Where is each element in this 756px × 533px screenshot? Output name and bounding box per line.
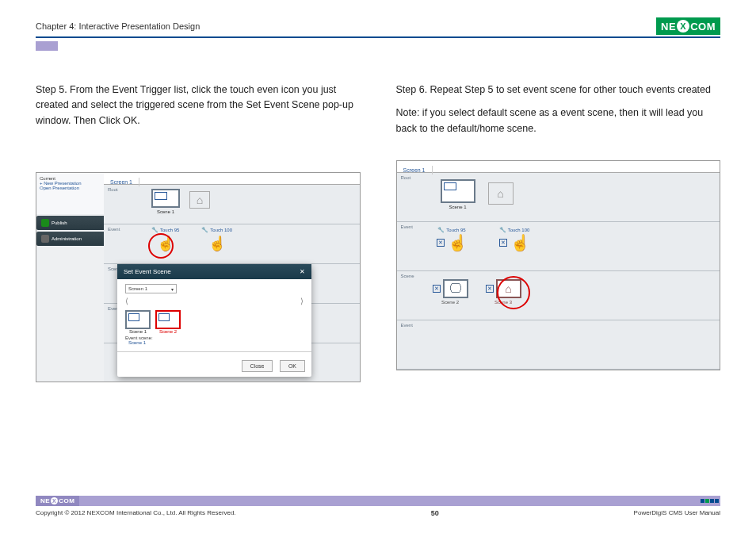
- tab-bar: Screen 1: [397, 161, 720, 173]
- app-sidebar: Current + New Presentation Open Presenta…: [36, 173, 104, 382]
- popup-scene2-label: Scene 2: [159, 329, 177, 334]
- touch-event-b[interactable]: Touch 100☝: [201, 227, 232, 252]
- touch-event-a[interactable]: Touch 95 ✕☝: [437, 227, 468, 252]
- root-scene-thumb[interactable]: Scene 1: [441, 179, 475, 209]
- event-scene-value: Scene 1: [128, 340, 146, 345]
- scene-out-2[interactable]: ✕🖵 Scene 2: [433, 279, 468, 305]
- row-event: Event Touch 95 ✕☝ Touch 100 ✕☝: [397, 222, 720, 271]
- nexcom-logo: NE X COM: [656, 17, 720, 35]
- row-root: Root Scene 1 ⌂: [104, 185, 360, 224]
- home-thumb-icon[interactable]: ⌂: [189, 191, 210, 209]
- row-root-label: Root: [108, 187, 118, 192]
- footer-text-row: Copyright © 2012 NEXCOM International Co…: [36, 509, 720, 517]
- row-event-label: Event: [401, 224, 413, 229]
- row-event2: Event: [397, 320, 720, 370]
- sidebar-publish-button[interactable]: Publish: [36, 216, 104, 230]
- right-column: Step 6. Repeat Step 5 to set event scene…: [396, 82, 721, 382]
- left-column: Step 5. From the Event Trigger list, cli…: [36, 82, 361, 382]
- hand-icon: ☝: [510, 233, 530, 252]
- row-event2-label: Event: [401, 323, 413, 328]
- page-header: Chapter 4: Interactive Presentation Desi…: [36, 17, 720, 38]
- set-event-scene-dialog: Set Event Scene ✕ Screen 1▾ ⟨⟩ Scene 1 S…: [117, 264, 311, 377]
- dialog-titlebar: Set Event Scene ✕: [117, 264, 311, 279]
- root-scene-label: Scene 1: [157, 209, 174, 214]
- checkbox-icon[interactable]: ✕: [499, 239, 507, 247]
- step5-text: Step 5. From the Event Trigger list, cli…: [36, 82, 361, 128]
- thumb-nav: ⟨⟩: [125, 297, 304, 305]
- manual-name: PowerDigiS CMS User Manual: [634, 509, 720, 517]
- home-thumb-icon[interactable]: ⌂: [488, 182, 514, 205]
- hand-icon: ☝: [208, 235, 226, 252]
- root-scene-thumb[interactable]: Scene 1: [151, 189, 180, 214]
- chapter-title: Chapter 4: Interactive Presentation Desi…: [36, 21, 200, 31]
- row-root: Root Scene 1 ⌂: [397, 173, 720, 222]
- scene-thumbs-list: Scene 1 Scene 2: [125, 310, 304, 334]
- screenshot-step6: Screen 1 Root Scene 1 ⌂ Event Touch 95 ✕…: [396, 160, 721, 370]
- footer-bar: NE X COM: [36, 496, 720, 506]
- publish-icon: [41, 219, 49, 227]
- touch-b-label: Touch 100: [201, 227, 232, 233]
- popup-scene1-thumb[interactable]: Scene 1: [125, 310, 151, 334]
- screenshot-step5: Current + New Presentation Open Presenta…: [36, 172, 361, 382]
- dialog-title: Set Event Scene: [124, 268, 171, 275]
- footer-pips: [701, 499, 720, 503]
- checkbox-icon[interactable]: ✕: [437, 239, 445, 247]
- hand-icon: ☝: [448, 233, 468, 252]
- ok-button[interactable]: OK: [280, 360, 305, 372]
- purple-accent-tab: [36, 41, 58, 51]
- logo-part-left: NE: [661, 21, 676, 33]
- row-scene-label: Scene: [401, 274, 414, 278]
- footer-logo: NE X COM: [36, 496, 79, 506]
- sidebar-open-presentation[interactable]: Open Presentation: [40, 186, 101, 190]
- logo-part-right: COM: [690, 21, 716, 33]
- touch-event-b[interactable]: Touch 100 ✕☝: [499, 227, 530, 252]
- touch-b-label: Touch 100: [499, 227, 530, 233]
- checkbox-icon[interactable]: ✕: [433, 285, 441, 293]
- close-icon[interactable]: ✕: [300, 268, 305, 275]
- touch-a-label: Touch 95: [437, 227, 465, 233]
- sidebar-top-section: Current + New Presentation Open Presenta…: [36, 173, 104, 214]
- sidebar-admin-label: Administration: [52, 236, 82, 241]
- row-root-label: Root: [401, 175, 411, 180]
- popup-scene2-thumb[interactable]: Scene 2: [155, 310, 181, 334]
- highlight-circle: [497, 276, 530, 309]
- step6-text: Step 6. Repeat Step 5 to set event scene…: [396, 82, 721, 98]
- close-button[interactable]: Close: [242, 360, 273, 372]
- footer-logo-left: NE: [40, 497, 50, 504]
- footer-logo-x: X: [51, 497, 58, 504]
- highlight-circle: [148, 233, 174, 259]
- footer-logo-right: COM: [59, 497, 74, 504]
- checkbox-icon[interactable]: ✕: [486, 285, 494, 293]
- page-number: 50: [431, 509, 439, 517]
- row-event-label: Event: [108, 227, 120, 232]
- scene2-label: Scene 2: [441, 300, 459, 305]
- row-event: Event Touch 95☝ Touch 100☝: [104, 224, 360, 264]
- sidebar-admin-button[interactable]: Administration: [36, 232, 104, 246]
- popup-scene1-label: Scene 1: [129, 329, 147, 334]
- row-scene: Scene ✕🖵 Scene 2 ✕⌂ Scene 3: [397, 271, 720, 320]
- sidebar-publish-label: Publish: [52, 220, 67, 225]
- admin-icon: [41, 235, 49, 243]
- dropdown-value: Screen 1: [128, 286, 147, 291]
- nav-next-icon[interactable]: ⟩: [300, 297, 304, 305]
- touch-a-label: Touch 95: [151, 227, 179, 233]
- screen-dropdown[interactable]: Screen 1▾: [125, 284, 177, 293]
- logo-part-x: X: [677, 20, 689, 33]
- copyright-text: Copyright © 2012 NEXCOM International Co…: [36, 509, 236, 517]
- nav-prev-icon[interactable]: ⟨: [125, 297, 128, 305]
- root-scene-label: Scene 1: [449, 205, 466, 209]
- tab-bar: Screen 1: [104, 173, 360, 185]
- step6-note: Note: if you select default scene as a e…: [396, 105, 721, 136]
- chevron-down-icon: ▾: [171, 286, 174, 292]
- event-scene-readout: Event scene:Scene 1: [125, 336, 304, 345]
